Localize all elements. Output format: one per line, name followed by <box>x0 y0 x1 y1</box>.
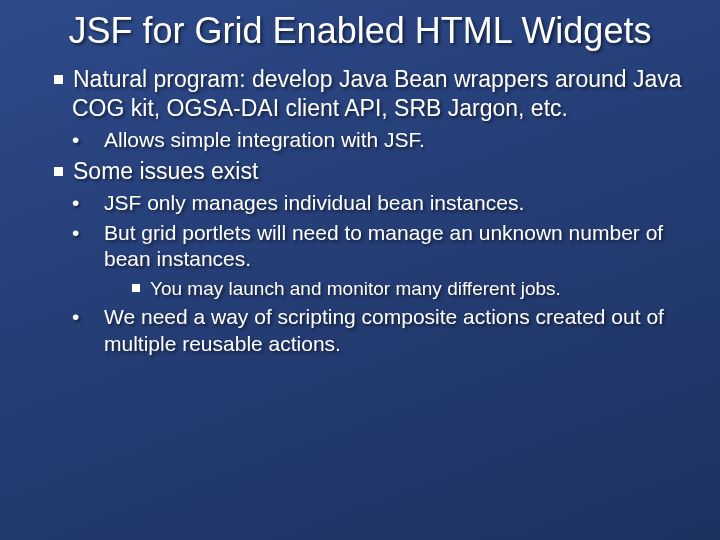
bullet-level1: Some issues exist <box>54 157 692 186</box>
slide-body: Natural program: develop Java Bean wrapp… <box>28 65 692 357</box>
slide-title: JSF for Grid Enabled HTML Widgets <box>28 10 692 51</box>
slide: JSF for Grid Enabled HTML Widgets Natura… <box>0 0 720 540</box>
bullet-level3: You may launch and monitor many differen… <box>132 277 692 301</box>
bullet-level2: Allows simple integration with JSF. <box>88 127 692 153</box>
bullet-level2: We need a way of scripting composite act… <box>88 304 692 357</box>
bullet-level2: JSF only manages individual bean instanc… <box>88 190 692 216</box>
bullet-level2: But grid portlets will need to manage an… <box>88 220 692 273</box>
bullet-level1: Natural program: develop Java Bean wrapp… <box>54 65 692 123</box>
